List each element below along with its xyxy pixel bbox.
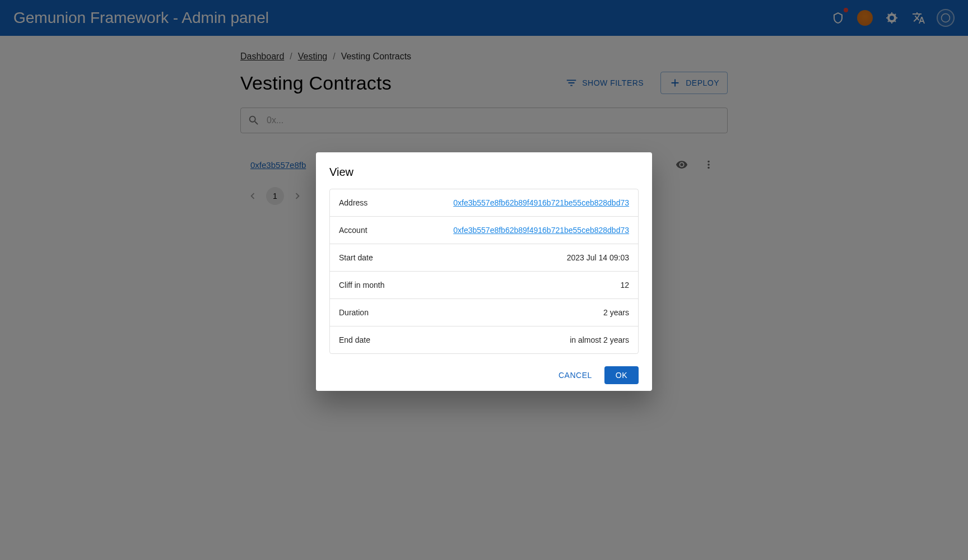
dialog-row-cliff: Cliff in month 12 (330, 272, 638, 299)
dialog-value: 2 years (417, 308, 629, 317)
dialog-label: End date (339, 335, 417, 344)
dialog-row-startdate: Start date 2023 Jul 14 09:03 (330, 244, 638, 272)
dialog-label: Start date (339, 253, 417, 262)
dialog-value-link[interactable]: 0xfe3b557e8fb62b89f4916b721be55ceb828dbd… (417, 226, 629, 235)
cancel-button[interactable]: Cancel (552, 366, 599, 384)
ok-button[interactable]: OK (604, 366, 639, 384)
dialog-label: Duration (339, 308, 417, 317)
modal-backdrop[interactable]: View Address 0xfe3b557e8fb62b89f4916b721… (0, 0, 968, 560)
dialog-title: View (329, 166, 639, 179)
dialog-actions: Cancel OK (329, 366, 639, 384)
dialog-value-link[interactable]: 0xfe3b557e8fb62b89f4916b721be55ceb828dbd… (417, 198, 629, 207)
view-dialog: View Address 0xfe3b557e8fb62b89f4916b721… (316, 152, 652, 391)
dialog-value: 12 (417, 281, 629, 290)
dialog-row-account: Account 0xfe3b557e8fb62b89f4916b721be55c… (330, 217, 638, 244)
dialog-row-enddate: End date in almost 2 years (330, 326, 638, 353)
dialog-table: Address 0xfe3b557e8fb62b89f4916b721be55c… (329, 189, 639, 354)
dialog-label: Cliff in month (339, 281, 417, 290)
dialog-row-duration: Duration 2 years (330, 299, 638, 326)
dialog-value: in almost 2 years (417, 335, 629, 344)
dialog-label: Account (339, 226, 417, 235)
dialog-row-address: Address 0xfe3b557e8fb62b89f4916b721be55c… (330, 189, 638, 217)
dialog-label: Address (339, 198, 417, 207)
dialog-value: 2023 Jul 14 09:03 (417, 253, 629, 262)
